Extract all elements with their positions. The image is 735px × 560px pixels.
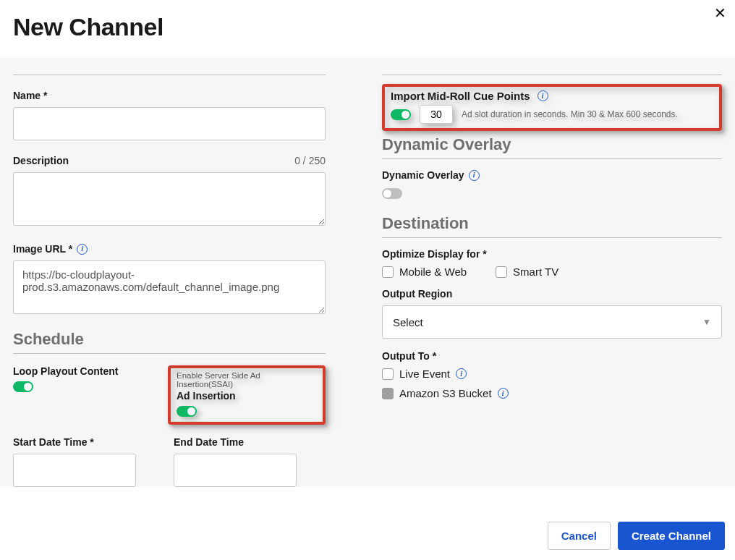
image-url-label: Image URL * [13,243,326,255]
schedule-section-title: Schedule [13,330,326,354]
description-label: Description [13,155,69,166]
output-region-select[interactable]: Select ▼ [382,305,722,339]
info-icon[interactable] [538,90,548,101]
mobile-web-label: Mobile & Web [399,266,467,278]
live-event-checkbox[interactable] [382,368,394,380]
left-column: Name * Description 0 / 250 Image URL * h… [13,75,326,487]
info-icon[interactable] [456,368,467,379]
info-icon[interactable] [498,388,509,399]
select-placeholder: Select [393,316,423,328]
ssai-caption: Enable Server Side Ad Insertion(SSAI) [177,371,317,389]
ad-insertion-highlight: Enable Server Side Ad Insertion(SSAI) Ad… [168,365,326,425]
info-icon[interactable] [469,170,480,181]
output-to-label: Output To * [382,350,722,362]
loop-playout-toggle[interactable] [13,381,33,392]
name-input[interactable] [13,107,326,140]
end-date-input[interactable] [174,454,297,487]
info-icon[interactable] [77,244,88,255]
close-icon[interactable]: ✕ [714,4,726,22]
divider [382,75,722,75]
destination-section-title: Destination [382,214,722,238]
description-input[interactable] [13,172,326,226]
page-title: New Channel [13,13,722,41]
s3-bucket-label: Amazon S3 Bucket [399,387,492,399]
dialog-header: New Channel [0,0,735,57]
midroll-duration-input[interactable] [420,105,453,124]
mobile-web-checkbox[interactable] [382,266,394,278]
dynamic-overlay-section-title: Dynamic Overlay [382,135,722,159]
dynamic-overlay-toggle[interactable] [382,188,402,199]
dialog-content: Name * Description 0 / 250 Image URL * h… [0,57,735,487]
description-counter: 0 / 250 [294,155,326,166]
image-url-label-text: Image URL * [13,243,72,255]
smart-tv-label: Smart TV [513,266,558,278]
live-event-label: Live Event [399,368,450,380]
start-date-input[interactable] [13,454,136,487]
name-label: Name * [13,90,326,101]
dynamic-overlay-label-text: Dynamic Overlay [382,169,464,181]
optimize-display-label: Optimize Display for * [382,248,722,260]
right-column: Import Mid-Roll Cue Points Ad slot durat… [382,75,722,487]
midroll-label: Import Mid-Roll Cue Points [391,90,530,102]
dynamic-overlay-label: Dynamic Overlay [382,169,722,181]
ad-insertion-toggle[interactable] [177,406,197,417]
chevron-down-icon: ▼ [702,317,711,327]
midroll-hint: Ad slot duration in seconds. Min 30 & Ma… [462,109,678,119]
ad-insertion-label: Ad Insertion [177,390,317,402]
loop-playout-label: Loop Playout Content [13,365,150,377]
end-date-label: End Date Time [174,436,326,448]
create-channel-button[interactable]: Create Channel [618,522,725,550]
smart-tv-checkbox[interactable] [496,266,507,278]
output-region-label: Output Region [382,288,722,300]
divider [13,75,326,75]
dialog-footer: Cancel Create Channel [548,522,725,550]
start-date-label: Start Date Time * [13,436,165,448]
midroll-highlight: Import Mid-Roll Cue Points Ad slot durat… [382,84,722,131]
image-url-input[interactable]: https://bc-cloudplayout-prod.s3.amazonaw… [13,260,326,314]
midroll-toggle[interactable] [391,109,411,120]
s3-bucket-checkbox[interactable] [382,388,394,399]
cancel-button[interactable]: Cancel [548,522,611,550]
